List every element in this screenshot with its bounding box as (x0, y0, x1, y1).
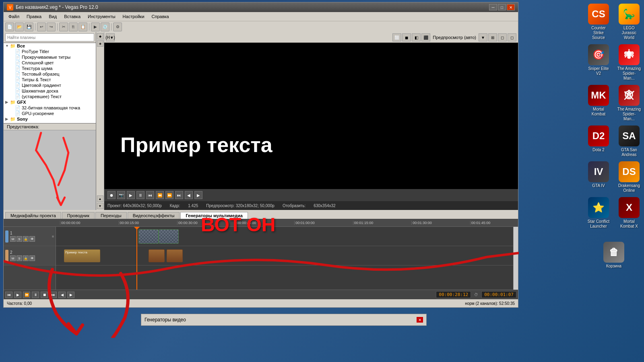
maximize-button[interactable]: □ (498, 4, 506, 10)
track-mute-1[interactable]: M (10, 236, 16, 242)
new-button[interactable]: 📄 (5, 23, 14, 31)
preview-prev-btn[interactable]: ⏪ (156, 191, 164, 199)
tl-stepf-btn[interactable]: ⏩ (23, 292, 30, 298)
minimize-button[interactable]: ─ (489, 4, 497, 10)
timeline-scrollbar[interactable] (513, 227, 518, 290)
menu-insert[interactable]: Вставка (61, 13, 84, 20)
tree-item-gradient[interactable]: 📄 Цветовой градиент (4, 82, 96, 88)
paste-button[interactable]: 📋 (78, 23, 87, 31)
desktop-icon-amazing[interactable]: 🕷 The Amazing Spider-Man... (615, 43, 643, 82)
track-vis-1[interactable]: 👁 (29, 236, 35, 242)
tl-back-btn[interactable]: ◀ (58, 292, 66, 298)
tree-item-test[interactable]: 📄 Тестовый образец (4, 71, 96, 77)
search-input[interactable] (5, 33, 94, 41)
preview-view4[interactable]: ⬛ (421, 33, 430, 41)
copy-button[interactable]: ⎘ (69, 23, 78, 31)
track-lock-1[interactable]: 🔒 (23, 236, 29, 242)
playhead[interactable] (136, 227, 137, 290)
vert-btn-4[interactable]: ▼ (97, 203, 103, 209)
preview-view2[interactable]: ◼ (402, 33, 411, 41)
open-button[interactable]: 📂 (15, 23, 24, 31)
track-solo-1[interactable]: S (17, 236, 22, 242)
desktop-icon-mortal[interactable]: MK Mortal Kombat (585, 83, 612, 123)
tree-item-solid[interactable]: 📄 Сплошной цвет (4, 60, 96, 66)
preview-next-btn[interactable]: ⏩ (165, 191, 173, 199)
desktop-icon-drakensang[interactable]: DS Drakensang Online (615, 160, 643, 195)
tree-item-legacy[interactable]: 📄 (устаревшее) Текст (4, 94, 96, 99)
tree-item-chess[interactable]: 📄 Шахматная доска (4, 88, 96, 94)
tl-home-btn[interactable]: ⏮ (5, 292, 12, 298)
burn-button[interactable]: 💿 (101, 23, 109, 31)
desktop-icon-lego[interactable]: 🦕 LEGO Jurassic World (615, 2, 643, 42)
track-solo-2[interactable]: S (17, 255, 22, 261)
tree-item-protype[interactable]: 📄 ProType Titler (4, 49, 96, 54)
tl-stop-btn[interactable]: ⏹ (41, 292, 48, 298)
desktop-icon-trash[interactable]: 🗑 Корзина (600, 240, 627, 270)
desktop-icon-gta4[interactable]: IV GTA IV (585, 160, 612, 195)
tab-explorer[interactable]: Проводник (62, 212, 95, 219)
preview-fwd-btn[interactable]: ▶ (194, 191, 202, 199)
preview-back-btn[interactable]: ◀ (185, 191, 193, 199)
tree-item-32bit[interactable]: 📄 32-битная плавающая точка (4, 105, 96, 111)
cut-button[interactable]: ✂ (59, 23, 68, 31)
track-mute-2[interactable]: M (10, 255, 16, 261)
desktop-icon-sniper[interactable]: 🎯 Sniper Elite V2 (585, 43, 612, 82)
tree-root-all[interactable]: ▼ 📁 Все (4, 43, 96, 49)
preview-extra2[interactable]: ◻ (508, 33, 516, 41)
menu-settings[interactable]: Настройки (120, 13, 148, 20)
preview-view1[interactable]: ⬜ (392, 33, 401, 41)
gen-dialog-close-button[interactable]: ✕ (417, 317, 423, 323)
desktop-icon-dota[interactable]: D2 Dota 2 (585, 124, 612, 159)
desktop-icon-mortalx[interactable]: X Mortal Kombat X (615, 195, 643, 230)
desktop-icon-amazing2[interactable]: 🕸 The Amazing Spider-Man... (615, 83, 643, 123)
tl-end-btn[interactable]: ⏭ (50, 292, 57, 298)
menu-help[interactable]: Справка (149, 13, 172, 20)
preview-H-dropdown[interactable]: (H▼) (106, 33, 115, 41)
clip-1a[interactable] (138, 229, 159, 244)
tree-sony[interactable]: ▶ 📁 Sony (4, 116, 96, 122)
preview-extra1[interactable]: ◻ (498, 33, 507, 41)
vert-btn-3[interactable]: ▲ (97, 195, 103, 202)
tab-transitions[interactable]: Переходы (95, 212, 127, 219)
tl-pause-btn[interactable]: ⏸ (32, 292, 39, 298)
preview-play-btn[interactable]: ▶ (127, 191, 135, 199)
clip-2b[interactable] (149, 249, 165, 262)
clip-1b[interactable] (159, 229, 179, 244)
close-button[interactable]: ✕ (507, 4, 515, 10)
track-vis-2[interactable]: 👁 (29, 255, 35, 261)
tree-item-noise[interactable]: 📄 Текстура шума (4, 66, 96, 71)
preview-skipstart-btn[interactable]: ⏮ (146, 191, 154, 199)
menu-view[interactable]: Вид (45, 13, 60, 20)
tree-gfx[interactable]: ▶ 📁 GFX (4, 99, 96, 105)
preview-skipend-btn[interactable]: ⏭ (175, 191, 183, 199)
undo-button[interactable]: ↩ (37, 23, 46, 31)
tab-generators[interactable]: Генераторы мультимедиа (180, 212, 248, 219)
desktop-icon-gtasa[interactable]: SA GTA San Andreas (615, 124, 643, 159)
tree-item-titles[interactable]: 📄 Титры & Текст (4, 77, 96, 82)
clip-2c[interactable] (167, 249, 183, 262)
render-button[interactable]: ▶ (91, 23, 100, 31)
menu-edit[interactable]: Правка (23, 13, 45, 20)
save-button[interactable]: 💾 (25, 23, 33, 31)
preview-grid[interactable]: ⊞ (488, 33, 497, 41)
preview-stop-btn[interactable]: ⏺ (107, 191, 116, 199)
desktop-icon-starconflict[interactable]: ⭐ Star Conflict Launcher (585, 195, 612, 230)
track-lock-2[interactable]: 🔒 (23, 255, 29, 261)
preview-settings[interactable]: ▼ (479, 33, 487, 41)
tl-play-btn[interactable]: ▶ (14, 292, 21, 298)
preview-pause-btn[interactable]: ⏸ (136, 191, 144, 199)
tab-media[interactable]: Медиафайлы проекта (5, 212, 61, 219)
vert-btn-1[interactable]: ◆ (97, 33, 103, 39)
menu-tools[interactable]: Инструменты (85, 13, 119, 20)
desktop-icon-cs[interactable]: CS Counter Strike Source (585, 2, 612, 42)
preview-view3[interactable]: ◧ (412, 33, 421, 41)
vert-btn-2[interactable]: ◈ (97, 40, 103, 47)
properties-button[interactable]: ⚙ (113, 23, 122, 31)
menu-file[interactable]: Файл (5, 13, 23, 20)
tree-item-gpu[interactable]: 📄 GPU-ускорение (4, 111, 96, 116)
tree-item-scrolling[interactable]: 📄 Прокручиваемые титры (4, 54, 96, 60)
redo-button[interactable]: ↪ (47, 23, 56, 31)
clip-2a[interactable]: Пример текста (64, 249, 100, 262)
tab-effects[interactable]: Видеоспецэффекты (128, 212, 180, 219)
tl-fwd-btn[interactable]: ▶ (67, 292, 74, 298)
